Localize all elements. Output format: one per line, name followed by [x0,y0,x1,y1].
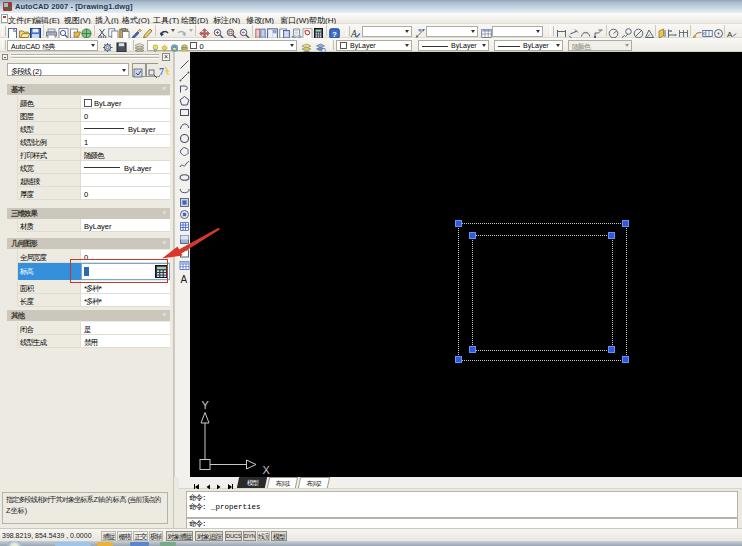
svg-text:7: 7 [159,66,164,77]
svg-text:X: X [263,464,271,476]
svg-text:A: A [180,274,187,285]
svg-text:Y: Y [202,399,210,411]
